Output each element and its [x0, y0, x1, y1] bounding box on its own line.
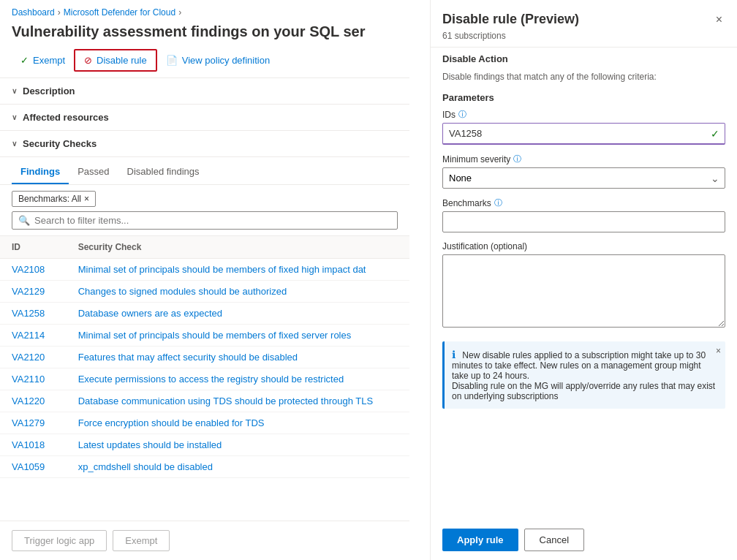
cell-security-check: Latest updates should be installed — [67, 434, 409, 456]
benchmarks-field: Benchmarks ⓘ — [431, 194, 737, 238]
toolbar: ✓ Exempt ⊘ Disable rule 📄 View policy de… — [0, 49, 409, 78]
panel-subtitle: 61 subscriptions — [431, 31, 737, 47]
trigger-logic-app-button[interactable]: Trigger logic app — [12, 530, 107, 551]
ids-info-icon[interactable]: ⓘ — [458, 109, 466, 120]
table-row[interactable]: VA1258Database owners are as expected — [0, 303, 409, 325]
tab-findings[interactable]: Findings — [12, 160, 69, 184]
benchmarks-info-icon[interactable]: ⓘ — [494, 197, 502, 208]
search-box[interactable]: 🔍 — [12, 211, 398, 230]
min-severity-label: Minimum severity — [442, 154, 510, 164]
affected-resources-section[interactable]: ∨ Affected resources — [0, 105, 409, 131]
table-row[interactable]: VA2108Minimal set of principals should b… — [0, 259, 409, 281]
cell-security-check: Minimal set of principals should be memb… — [67, 325, 409, 347]
benchmarks-filter[interactable]: Benchmarks: All × — [12, 191, 96, 207]
ids-label: IDs — [442, 110, 456, 120]
disable-rule-panel: Disable rule (Preview) × 61 subscription… — [430, 0, 737, 560]
cell-id: VA1220 — [0, 390, 67, 412]
table-row[interactable]: VA1018Latest updates should be installed — [0, 434, 409, 456]
table-row[interactable]: VA2129Changes to signed modules should b… — [0, 281, 409, 303]
cell-id: VA1018 — [0, 434, 67, 456]
description-section[interactable]: ∨ Description — [0, 78, 409, 105]
table-row[interactable]: VA1059xp_cmdshell should be disabled — [0, 456, 409, 478]
page-title: Vulnerability assessment findings on you… — [0, 20, 409, 49]
parameters-title: Parameters — [431, 88, 737, 106]
chevron-down-icon: ∨ — [12, 87, 17, 95]
cell-security-check: Force encryption should be enabled for T… — [67, 412, 409, 434]
document-icon: 📄 — [166, 55, 178, 66]
exempt-bottom-button[interactable]: Exempt — [113, 530, 170, 551]
breadcrumb: Dashboard › Microsoft Defender for Cloud… — [0, 0, 409, 20]
ids-field: IDs ⓘ ✓ — [431, 106, 737, 151]
chevron-down-icon: ∨ — [12, 140, 17, 148]
info-box-close-button[interactable]: × — [716, 346, 721, 356]
cell-id: VA2110 — [0, 368, 67, 390]
column-id: ID — [0, 236, 67, 259]
close-filter-icon[interactable]: × — [84, 194, 89, 204]
breadcrumb-defender[interactable]: Microsoft Defender for Cloud — [64, 7, 175, 18]
check-circle-icon: ✓ — [20, 55, 29, 66]
panel-title: Disable rule (Preview) — [442, 12, 579, 27]
cell-id: VA1059 — [0, 456, 67, 478]
tabs: Findings Passed Disabled findings — [0, 160, 409, 185]
cancel-button[interactable]: Cancel — [524, 529, 584, 551]
cell-security-check: Features that may affect security should… — [67, 347, 409, 368]
cell-security-check: Database owners are as expected — [67, 303, 409, 325]
exempt-button[interactable]: ✓ Exempt — [12, 50, 74, 70]
justification-textarea[interactable] — [442, 254, 725, 328]
disable-rule-button[interactable]: ⊘ Disable rule — [74, 49, 157, 72]
cell-security-check: Database communication using TDS should … — [67, 390, 409, 412]
min-severity-select-wrap: None Low Medium High — [442, 167, 725, 189]
ids-check-icon: ✓ — [711, 128, 719, 140]
panel-close-button[interactable]: × — [713, 12, 725, 28]
min-severity-info-icon[interactable]: ⓘ — [513, 154, 521, 164]
view-policy-button[interactable]: 📄 View policy definition — [157, 50, 279, 70]
min-severity-select[interactable]: None Low Medium High — [442, 167, 725, 189]
justification-label: Justification (optional) — [442, 241, 527, 251]
info-box-text: New disable rules applied to a subscript… — [452, 350, 715, 401]
cell-security-check: Minimal set of principals should be memb… — [67, 259, 409, 281]
table-row[interactable]: VA2120Features that may affect security … — [0, 347, 409, 368]
apply-rule-button[interactable]: Apply rule — [442, 529, 518, 551]
info-icon: ℹ — [452, 349, 456, 360]
table-row[interactable]: VA2114Minimal set of principals should b… — [0, 325, 409, 347]
cell-security-check: Changes to signed modules should be auth… — [67, 281, 409, 303]
cell-security-check: xp_cmdshell should be disabled — [67, 456, 409, 478]
tab-passed[interactable]: Passed — [69, 160, 118, 184]
security-checks-section[interactable]: ∨ Security Checks — [0, 131, 409, 157]
search-icon: 🔍 — [18, 215, 30, 226]
ids-input[interactable] — [442, 123, 725, 145]
cell-id: VA2114 — [0, 325, 67, 347]
bottom-bar: Trigger logic app Exempt — [0, 521, 409, 560]
ban-icon: ⊘ — [84, 55, 92, 66]
cell-id: VA2129 — [0, 281, 67, 303]
column-security-check: Security Check — [67, 236, 409, 259]
table-row[interactable]: VA1220Database communication using TDS s… — [0, 390, 409, 412]
disable-action-desc: Disable findings that match any of the f… — [431, 69, 737, 88]
findings-table: ID Security Check VA2108Minimal set of p… — [0, 236, 409, 478]
cell-id: VA1258 — [0, 303, 67, 325]
table-row[interactable]: VA1279Force encryption should be enabled… — [0, 412, 409, 434]
info-box: × ℹ New disable rules applied to a subsc… — [442, 341, 725, 409]
cell-id: VA2120 — [0, 347, 67, 368]
justification-field: Justification (optional) — [431, 238, 737, 336]
tab-disabled-findings[interactable]: Disabled findings — [118, 160, 208, 184]
search-input[interactable] — [34, 215, 181, 226]
filter-bar: Benchmarks: All × 🔍 — [0, 185, 409, 236]
min-severity-field: Minimum severity ⓘ None Low Medium High — [431, 151, 737, 194]
table-row[interactable]: VA2110Execute permissions to access the … — [0, 368, 409, 390]
benchmarks-input[interactable] — [442, 211, 725, 232]
disable-action-title: Disable Action — [431, 47, 737, 69]
cell-id: VA2108 — [0, 259, 67, 281]
chevron-down-icon: ∨ — [12, 113, 17, 121]
cell-security-check: Execute permissions to access the regist… — [67, 368, 409, 390]
benchmarks-label: Benchmarks — [442, 198, 491, 208]
panel-footer: Apply rule Cancel — [431, 520, 737, 560]
cell-id: VA1279 — [0, 412, 67, 434]
breadcrumb-dashboard[interactable]: Dashboard — [12, 7, 55, 18]
panel-header: Disable rule (Preview) × — [431, 0, 737, 31]
